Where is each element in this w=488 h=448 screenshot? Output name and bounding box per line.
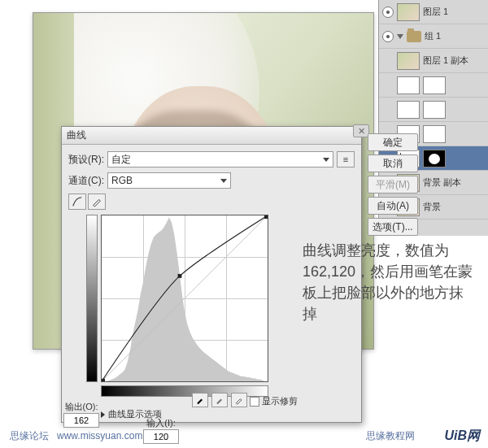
preset-value: 自定: [111, 153, 131, 167]
curve-line[interactable]: [102, 215, 268, 381]
adjustment-thumbnail[interactable]: [397, 76, 420, 94]
display-options-toggle[interactable]: 曲线显示选项: [101, 408, 162, 420]
logo-part-a: UiB: [444, 428, 467, 442]
options-button[interactable]: 选项(T)...: [368, 218, 418, 236]
output-field-group: 输出(O):: [63, 401, 99, 428]
layer-label: 背景: [423, 201, 441, 213]
output-label: 输出(O):: [63, 401, 99, 413]
svg-rect-1: [102, 379, 105, 381]
white-point-eyedropper[interactable]: [231, 393, 247, 407]
svg-rect-2: [264, 215, 268, 219]
credit-url: www.missyuan.com: [57, 430, 142, 441]
curves-chart-area: [101, 215, 268, 382]
preset-menu-button[interactable]: ≡: [337, 151, 355, 167]
mask-thumbnail[interactable]: [423, 101, 446, 119]
output-input[interactable]: [63, 413, 99, 428]
layer-label: 组 1: [425, 30, 441, 42]
channel-select[interactable]: RGB: [107, 172, 231, 189]
layer-row[interactable]: 图层 1: [379, 0, 488, 24]
svg-line-0: [102, 215, 268, 381]
close-button[interactable]: ✕: [353, 124, 369, 137]
dialog-buttons: 确定 取消 平滑(M) 自动(A) 选项(T)...: [368, 133, 418, 236]
output-gradient: [86, 215, 98, 382]
cancel-button[interactable]: 取消: [368, 154, 418, 172]
show-clipping-checkbox[interactable]: 显示修剪: [250, 395, 298, 407]
dialog-titlebar[interactable]: 曲线: [62, 127, 361, 145]
smooth-button[interactable]: 平滑(M): [368, 176, 418, 194]
layer-row[interactable]: [379, 73, 488, 98]
layer-label: 背景 副本: [423, 176, 461, 189]
chevron-right-icon: [101, 411, 105, 418]
layer-thumbnail[interactable]: [397, 52, 420, 70]
layer-row[interactable]: 组 1: [379, 24, 488, 49]
layer-label: 图层 1: [423, 6, 448, 18]
credit-right: 思缘教程网: [366, 429, 415, 443]
curve-pencil-tool[interactable]: [88, 194, 106, 210]
display-options-label: 曲线显示选项: [108, 408, 162, 420]
checkbox-icon[interactable]: [250, 397, 259, 407]
layer-row[interactable]: [379, 98, 488, 122]
curve-point-tool[interactable]: [68, 194, 86, 210]
eyedropper-group: [192, 393, 247, 407]
curve-tool-buttons: [68, 194, 355, 210]
chevron-down-icon: [220, 179, 227, 183]
mask-thumbnail[interactable]: [423, 76, 446, 94]
channel-row: 通道(C): RGB: [68, 172, 231, 189]
visibility-icon[interactable]: [382, 31, 394, 42]
ok-button[interactable]: 确定: [368, 133, 418, 151]
visibility-icon[interactable]: [382, 7, 394, 18]
logo-part-b: 网: [467, 428, 480, 442]
gray-point-eyedropper[interactable]: [211, 393, 228, 407]
layer-row[interactable]: 图层 1 副本: [379, 49, 488, 73]
control-point[interactable]: [178, 274, 182, 278]
layer-thumbnail[interactable]: [397, 3, 420, 21]
site-logo: UiB网: [444, 428, 480, 445]
preset-row: 预设(R): 自定 ≡: [68, 151, 355, 167]
chevron-down-icon[interactable]: [397, 34, 403, 39]
channel-label: 通道(C):: [68, 174, 104, 188]
input-input[interactable]: [143, 429, 179, 444]
dialog-title: 曲线: [67, 128, 86, 142]
mask-thumbnail[interactable]: [423, 125, 446, 143]
channel-value: RGB: [111, 175, 133, 186]
black-point-eyedropper[interactable]: [192, 393, 208, 407]
layer-label: 图层 1 副本: [423, 54, 468, 67]
annotation-text: 曲线调整亮度，数值为162,120，然后用画笔在蒙板上把脸部以外的地方抹掉: [303, 240, 473, 324]
folder-icon: [407, 31, 421, 42]
preset-select[interactable]: 自定: [107, 151, 333, 167]
show-clipping-label: 显示修剪: [262, 395, 298, 407]
input-field-group: 输入(I):: [143, 417, 179, 444]
credit-forum: 思缘论坛: [10, 430, 49, 441]
mask-thumbnail[interactable]: [423, 150, 446, 167]
preset-label: 预设(R):: [68, 153, 104, 167]
chevron-down-icon: [323, 158, 329, 162]
credit-left: 思缘论坛 www.missyuan.com: [10, 429, 142, 443]
curves-chart[interactable]: [101, 215, 268, 382]
auto-button[interactable]: 自动(A): [368, 197, 418, 215]
adjustment-thumbnail[interactable]: [397, 101, 420, 119]
